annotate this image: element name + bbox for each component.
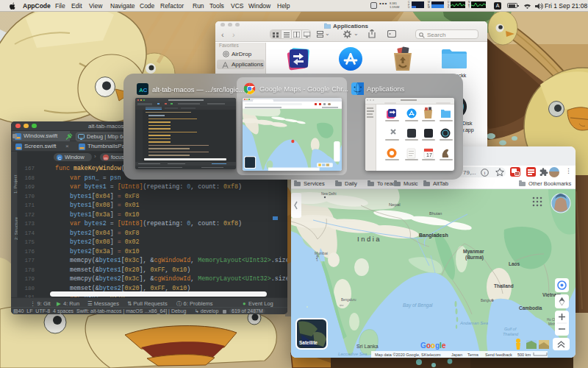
- svg-text:m: m: [104, 155, 108, 160]
- svg-text:17: 17: [426, 152, 432, 158]
- svg-text:Nepal: Nepal: [389, 202, 401, 207]
- svg-text:500 km: 500 km: [517, 353, 531, 357]
- svg-text:Cambodia: Cambodia: [519, 305, 542, 311]
- svg-text:Minh: Minh: [548, 322, 556, 326]
- svg-text:(Burma): (Burma): [465, 255, 484, 261]
- svg-text:Sri Lanka: Sri Lanka: [356, 344, 379, 349]
- svg-text:e: e: [442, 342, 446, 350]
- svg-text:ಘಲ: ಘಲ: [340, 303, 344, 307]
- svg-text:Myanmar: Myanmar: [463, 249, 484, 255]
- svg-text:Bengaluru: Bengaluru: [341, 298, 356, 302]
- svg-text:Laos: Laos: [509, 261, 520, 266]
- svg-text:Send feedback: Send feedback: [485, 353, 512, 357]
- svg-text:Bay of Bengal: Bay of Bengal: [403, 302, 433, 308]
- svg-text:Andaman Sea: Andaman Sea: [459, 321, 489, 325]
- svg-text:New Delhi: New Delhi: [321, 192, 337, 196]
- svg-text:C: C: [58, 155, 62, 160]
- svg-text:G: G: [420, 342, 426, 350]
- svg-text:Terms: Terms: [467, 353, 478, 357]
- svg-text:Thailand: Thailand: [494, 283, 514, 289]
- svg-text:India: India: [357, 235, 381, 243]
- svg-text:Laccadive Sea: Laccadive Sea: [338, 352, 368, 356]
- svg-text:Japan: Japan: [451, 353, 462, 357]
- svg-text:Mumbai: Mumbai: [315, 251, 328, 255]
- svg-text:i: i: [484, 170, 486, 176]
- svg-text:Gulf of: Gulf of: [504, 327, 517, 331]
- svg-text:Bhutan: Bhutan: [429, 211, 442, 216]
- svg-text:Thailand: Thailand: [503, 332, 519, 336]
- svg-text:Map data ©2020 Google, SKtelec: Map data ©2020 Google, SKtelecom: [375, 353, 441, 357]
- svg-text:Bangladesh: Bangladesh: [419, 233, 448, 238]
- svg-text:Satellite: Satellite: [299, 340, 318, 345]
- svg-text:C: C: [143, 87, 148, 93]
